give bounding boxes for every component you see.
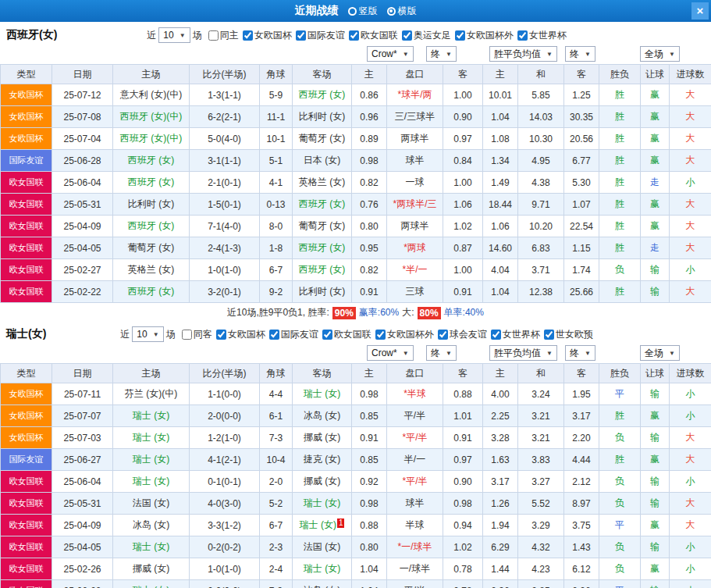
result-cell: 负 <box>599 536 641 558</box>
odds-filter-select[interactable]: 全场▼ <box>640 345 680 361</box>
odds-filter-select[interactable]: 胜平负均值▼ <box>489 345 557 361</box>
match-count-select[interactable]: 10▼ <box>132 326 163 342</box>
checkbox-input[interactable] <box>208 30 219 41</box>
away-team-cell: 葡萄牙 (女) <box>293 216 352 237</box>
checkbox-input[interactable] <box>375 330 386 340</box>
filter-checkbox[interactable]: 欧女国联 <box>322 328 371 341</box>
home-team-cell: 比利时 (女) <box>113 194 190 216</box>
checkbox-input[interactable] <box>296 30 306 41</box>
checkbox-input[interactable] <box>349 30 359 41</box>
checkbox-input[interactable] <box>491 330 501 340</box>
date-cell: 25-04-09 <box>52 515 113 536</box>
avg-away-cell: 4.44 <box>564 449 599 471</box>
avg-away-cell: 1.25 <box>564 84 599 106</box>
away-odds-cell: 0.90 <box>443 106 483 128</box>
home-odds-cell: 0.95 <box>352 237 387 259</box>
handicap-result-cell: 走 <box>641 237 670 259</box>
odds-filter-select[interactable]: Crow*▼ <box>367 345 414 361</box>
goals-cell: 小 <box>670 536 711 558</box>
close-button[interactable]: × <box>691 2 709 20</box>
odds-filter-select[interactable]: 终▼ <box>426 345 457 361</box>
league-badge-cell: 欧女国联 <box>1 493 52 515</box>
checkbox-input[interactable] <box>455 30 465 41</box>
avg-home-cell: 1.04 <box>483 281 518 303</box>
filter-checkbox[interactable]: 国际友谊 <box>296 29 345 42</box>
avg-draw-cell: 3.71 <box>518 259 564 281</box>
checkbox-input[interactable] <box>517 30 528 41</box>
corner-cell: 10-4 <box>260 449 293 471</box>
home-team-cell: 瑞士 (女) <box>113 449 190 471</box>
away-odds-cell: 0.91 <box>443 281 483 303</box>
filter-checkbox[interactable]: 世女欧预 <box>544 328 593 341</box>
checkbox-input[interactable] <box>269 330 279 340</box>
handicap-result-cell: 输 <box>641 580 670 588</box>
filter-checkbox[interactable]: 同客 <box>182 328 212 341</box>
odds-filter-select[interactable]: Crow*▼ <box>367 46 414 62</box>
odds-filter-select[interactable]: 胜平负均值▼ <box>489 46 557 62</box>
corner-cell: 0-13 <box>260 194 293 216</box>
score-cell: 4-1(2-1) <box>190 449 260 471</box>
column-header: 盘口 <box>387 364 443 383</box>
filter-checkbox[interactable]: 球会友谊 <box>438 328 487 341</box>
red-card-badge: 1 <box>337 519 345 528</box>
filter-checkbox[interactable]: 女欧国杯外 <box>455 29 514 42</box>
checkbox-input[interactable] <box>438 330 448 340</box>
handicap-result-cell: 输 <box>641 281 670 303</box>
away-team-cell: 瑞士 (女) <box>293 493 352 515</box>
filter-checkbox[interactable]: 女世界杯 <box>517 29 567 42</box>
away-odds-cell: 0.97 <box>443 449 483 471</box>
filter-checkbox[interactable]: 同主 <box>208 29 239 42</box>
checkbox-input[interactable] <box>322 330 332 340</box>
checkbox-input[interactable] <box>182 330 192 340</box>
filter-checkbox[interactable]: 女欧国杯 <box>216 328 265 341</box>
avg-draw-cell: 5.52 <box>518 493 564 515</box>
radio-vertical-layout[interactable]: 竖版 <box>348 5 378 18</box>
checkbox-input[interactable] <box>216 330 226 340</box>
odds-filter-select[interactable]: 终▼ <box>426 46 457 62</box>
away-team-cell: 捷克 (女) <box>293 449 352 471</box>
league-badge-cell: 女欧国杯 <box>1 106 52 128</box>
away-team-cell: 瑞士 (女) <box>293 558 352 580</box>
odds-filter-select[interactable]: 全场▼ <box>640 46 680 62</box>
match-count-select[interactable]: 10▼ <box>158 27 190 43</box>
filter-checkbox[interactable]: 奥运女足 <box>402 29 451 42</box>
result-cell: 胜 <box>599 281 641 303</box>
league-badge-cell: 欧女国联 <box>1 216 52 237</box>
filter-checkbox[interactable]: 国际友谊 <box>269 328 318 341</box>
date-cell: 25-06-27 <box>52 449 113 471</box>
league-badge-cell: 国际友谊 <box>1 449 52 471</box>
away-team-cell: 冰岛 (女) <box>293 405 352 427</box>
home-odds-cell: 0.92 <box>352 471 387 493</box>
checkbox-input[interactable] <box>243 30 253 41</box>
away-odds-cell: 0.78 <box>443 580 483 588</box>
avg-away-cell: 30.35 <box>564 106 599 128</box>
odds-filter-select[interactable]: 终▼ <box>565 46 595 62</box>
result-cell: 胜 <box>599 172 641 194</box>
home-odds-cell: 0.98 <box>352 150 387 172</box>
column-header: 主场 <box>113 65 190 84</box>
filter-checkbox[interactable]: 欧女国联 <box>349 29 398 42</box>
handicap-cell: 一球 <box>387 172 443 194</box>
filter-checkbox[interactable]: 女世界杯 <box>491 328 540 341</box>
league-badge-cell: 欧女国联 <box>1 172 52 194</box>
radio-horizontal-layout[interactable]: 横版 <box>387 5 417 18</box>
away-team-cell: 西班牙 (女) <box>293 194 352 216</box>
table-header-row: 类型日期主场比分(半场)角球客场主盘口客主和客胜负让球进球数 <box>1 65 711 84</box>
goals-cell: 小 <box>670 172 711 194</box>
select-value: 10 <box>137 329 147 340</box>
match-row: 女欧国杯25-07-12意大利 (女)(中)1-3(1-1)5-9西班牙 (女)… <box>1 84 711 106</box>
goals-cell: 大 <box>670 150 711 172</box>
filter-checkbox[interactable]: 女欧国杯外 <box>375 328 434 341</box>
score-cell: 1-2(1-0) <box>190 427 260 449</box>
checkbox-label: 奥运女足 <box>414 29 451 42</box>
date-cell: 25-06-28 <box>52 150 113 172</box>
column-header: 客 <box>564 364 599 383</box>
checkbox-input[interactable] <box>544 330 554 340</box>
avg-draw-cell: 4.32 <box>518 536 564 558</box>
summary-text: 单率:40% <box>444 306 484 319</box>
checkbox-input[interactable] <box>402 30 412 41</box>
filter-checkbox[interactable]: 女欧国杯 <box>243 29 292 42</box>
odds-filter-select[interactable]: 终▼ <box>565 345 595 361</box>
section-spain: 西班牙(女) 近10▼场同主女欧国杯国际友谊欧女国联奥运女足女欧国杯外女世界杯 … <box>0 25 711 321</box>
record-summary-bar: 近10场,胜9平0负1, 胜率:90%赢率:60%大:80%单率:40% <box>0 305 711 321</box>
